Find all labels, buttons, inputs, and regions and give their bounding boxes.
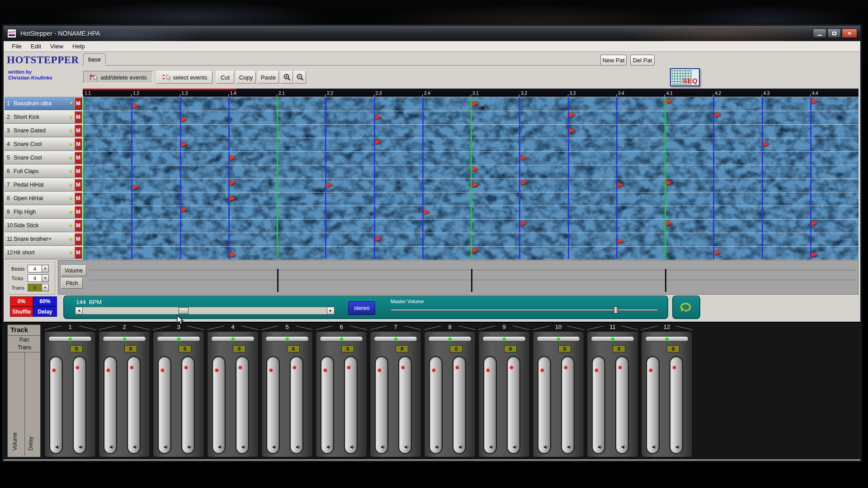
track-dropdown-arrow-icon[interactable]: ▼ <box>67 182 75 187</box>
cut-button[interactable]: Cut <box>216 71 234 84</box>
track-dropdown-arrow-icon[interactable]: ▼ <box>67 236 75 241</box>
trans-value[interactable]: 0 <box>667 345 679 352</box>
trans-dropdown-icon[interactable]: ▼ <box>42 284 49 291</box>
track-dropdown-arrow-icon[interactable]: ▼ <box>67 250 75 255</box>
stereo-button[interactable]: stereo <box>348 301 375 315</box>
volume-slider[interactable] <box>646 356 660 454</box>
track-dropdown-arrow-icon[interactable]: ▼ <box>67 169 75 174</box>
volume-slider[interactable] <box>321 356 334 454</box>
event-flag[interactable] <box>472 182 479 188</box>
track-row[interactable]: 1Bassdrum ultra▼M <box>5 97 82 110</box>
ticks-value[interactable]: 4 <box>28 274 42 282</box>
mute-button[interactable]: M <box>75 179 82 191</box>
tab-volume[interactable]: Volume <box>61 265 86 276</box>
pan-thumb[interactable] <box>177 338 180 341</box>
delay-slider[interactable] <box>507 356 520 454</box>
track-row[interactable]: 11Snare brother+▼M <box>5 232 82 246</box>
event-flag[interactable] <box>715 112 721 117</box>
delay-value[interactable]: 60% <box>33 296 57 306</box>
volume-slider[interactable] <box>429 356 443 454</box>
sequencer-grid[interactable] <box>83 97 859 259</box>
pan-thumb[interactable] <box>69 338 72 341</box>
copy-button[interactable]: Copy <box>236 71 256 84</box>
volume-slider[interactable] <box>49 356 63 454</box>
event-flag[interactable] <box>181 207 188 212</box>
event-flag[interactable] <box>424 209 430 215</box>
pan-thumb[interactable] <box>123 338 126 341</box>
mute-button[interactable]: M <box>75 247 82 258</box>
event-flag[interactable] <box>375 236 382 242</box>
event-flag[interactable] <box>472 101 479 106</box>
title-bar[interactable]: HOT HotStepper - NONAME.HPA × <box>4 26 860 41</box>
mute-button[interactable]: M <box>75 111 82 123</box>
master-volume-slider[interactable] <box>391 306 658 314</box>
volume-slider[interactable] <box>592 356 605 454</box>
pan-thumb[interactable] <box>611 338 614 341</box>
pan-slider[interactable] <box>645 336 689 342</box>
menu-item-view[interactable]: View <box>46 42 68 51</box>
trans-value[interactable]: 0 <box>504 345 517 352</box>
mute-button[interactable]: M <box>75 192 82 204</box>
event-flag[interactable] <box>375 114 382 120</box>
minimize-button[interactable] <box>813 28 826 38</box>
zoom-in-button[interactable] <box>281 71 293 84</box>
pan-slider[interactable] <box>211 336 255 342</box>
shuffle-button[interactable]: Shuffle <box>10 306 33 317</box>
event-flag[interactable] <box>181 117 188 122</box>
mute-button[interactable]: M <box>75 165 82 177</box>
pan-slider[interactable] <box>374 336 417 342</box>
event-flag[interactable] <box>375 139 382 145</box>
trans-value[interactable]: 0 <box>396 345 408 352</box>
delay-slider[interactable] <box>127 356 141 454</box>
scroll-left-icon[interactable]: ◄ <box>75 307 83 314</box>
track-row[interactable]: 5Snare Cool▼M <box>5 151 82 164</box>
volume-slider[interactable] <box>483 356 497 454</box>
track-row[interactable]: 9Flip High▼M <box>5 205 82 219</box>
trans-value[interactable]: 0 <box>613 345 625 352</box>
event-flag[interactable] <box>230 155 236 160</box>
mute-button[interactable]: M <box>75 138 82 150</box>
track-row[interactable]: 4Snare Cool▼M <box>5 137 82 151</box>
menu-item-edit[interactable]: Edit <box>26 42 46 51</box>
zoom-out-button[interactable] <box>294 71 306 84</box>
pan-thumb[interactable] <box>503 338 506 341</box>
trans-value[interactable]: 0 <box>341 345 354 352</box>
pan-thumb[interactable] <box>665 338 669 341</box>
pan-thumb[interactable] <box>394 338 397 341</box>
beats-dropdown-icon[interactable]: ▼ <box>42 265 49 272</box>
pan-thumb[interactable] <box>557 338 560 341</box>
ticks-dropdown-icon[interactable]: ▼ <box>42 274 49 282</box>
mute-button[interactable]: M <box>75 152 82 164</box>
paste-button[interactable]: Paste <box>258 71 279 84</box>
trans-value[interactable]: 0 <box>233 345 245 352</box>
track-dropdown-arrow-icon[interactable]: ▼ <box>67 209 75 214</box>
pan-thumb[interactable] <box>448 338 452 341</box>
track-row[interactable]: 2Short Kick▼M <box>5 110 82 124</box>
automation-lane[interactable] <box>58 261 858 294</box>
trans-value[interactable]: 0 <box>124 345 137 352</box>
event-flag[interactable] <box>618 239 624 244</box>
delay-button[interactable]: Delay <box>33 306 57 317</box>
volume-slider[interactable] <box>212 356 226 454</box>
delay-slider[interactable] <box>181 356 195 454</box>
event-flag[interactable] <box>618 182 624 188</box>
tab-pitch[interactable]: Pitch <box>61 278 83 289</box>
trans-value[interactable]: 0 <box>558 345 571 352</box>
delay-slider[interactable] <box>398 356 412 454</box>
master-volume-thumb[interactable] <box>614 306 618 314</box>
event-flag[interactable] <box>472 248 479 253</box>
event-flag[interactable] <box>666 99 673 104</box>
delay-slider[interactable] <box>236 356 249 454</box>
track-dropdown-arrow-icon[interactable]: ▼ <box>67 101 75 106</box>
select-events-button[interactable]: select events <box>156 71 212 84</box>
bpm-scrollbar[interactable]: ◄ ► <box>75 307 335 314</box>
delete-pattern-button[interactable]: Del Pat <box>630 55 655 66</box>
new-pattern-button[interactable]: New Pat <box>600 55 627 66</box>
trans-value[interactable]: 0 <box>28 284 42 291</box>
pan-thumb[interactable] <box>231 338 235 341</box>
pan-slider[interactable] <box>157 336 200 342</box>
beats-value[interactable]: 4 <box>28 265 42 272</box>
loop-button[interactable] <box>672 296 700 319</box>
track-dropdown-arrow-icon[interactable]: ▼ <box>67 128 75 133</box>
add-delete-events-button[interactable]: add/delete events <box>83 71 153 84</box>
